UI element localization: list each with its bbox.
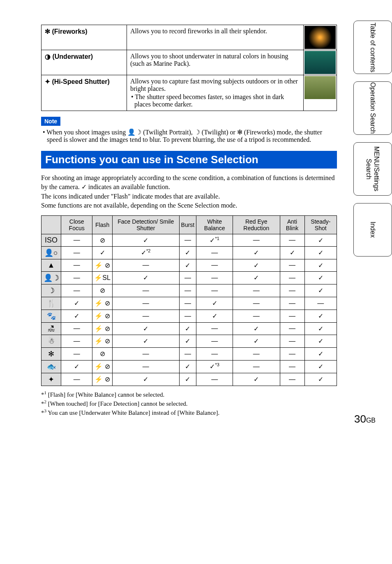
- cell: —: [112, 347, 179, 360]
- cell: —: [196, 246, 233, 259]
- cell: ✓: [280, 246, 304, 259]
- cell: ⚡SL: [92, 271, 113, 284]
- cell: ⚡ ⊘: [92, 360, 113, 373]
- cell: ⚡ ⊘: [92, 322, 113, 335]
- cell: ✓: [233, 271, 280, 284]
- tab-menu-settings[interactable]: MENU/Settings Search: [353, 142, 392, 196]
- cell: —: [61, 271, 92, 284]
- fireworks-icon: ✻: [45, 28, 50, 35]
- row-icon: 🏖: [42, 322, 61, 335]
- cell: —: [233, 310, 280, 322]
- cell: —: [179, 297, 196, 310]
- footnotes: *1 [Flash] for [White Balance] cannot be…: [41, 390, 337, 416]
- cell: —: [233, 234, 280, 246]
- cell: ✓*3: [196, 360, 233, 373]
- cell: —: [280, 335, 304, 347]
- cell: —: [280, 297, 304, 310]
- cell: —: [61, 259, 92, 271]
- cell: ✓: [304, 335, 337, 347]
- fireworks-icon: ✻: [237, 129, 242, 136]
- cell: —: [280, 234, 304, 246]
- section-title: Functions you can use in Scene Selection: [41, 151, 337, 169]
- table-row: 🐟✓⚡ ⊘—✓✓*3——✓: [42, 360, 337, 373]
- table-row: ISO—⊘✓—✓*1——✓: [42, 234, 337, 246]
- row-icon: 🐟: [42, 360, 61, 373]
- underwater-icon: ◑: [45, 53, 51, 60]
- cell: ✓: [304, 322, 337, 335]
- cell: ✓: [304, 310, 337, 322]
- cell: ✓: [179, 246, 196, 259]
- cell: ✓: [179, 373, 196, 386]
- cell: —: [304, 297, 337, 310]
- cell: —: [280, 373, 304, 386]
- cell: —: [233, 347, 280, 360]
- cell: ✓: [196, 297, 233, 310]
- cell: ✓: [233, 373, 280, 386]
- cell: —: [61, 373, 92, 386]
- cell: ✓: [61, 310, 92, 322]
- tab-label: MENU/Settings Search: [365, 143, 380, 195]
- table-row: 👤☽—⚡SL✓——✓—✓: [42, 271, 337, 284]
- cell: ✓: [179, 259, 196, 271]
- cell: ✓: [304, 234, 337, 246]
- row-icon: ▲: [42, 259, 61, 271]
- cell: ✓: [112, 322, 179, 335]
- cell: ✓: [112, 234, 179, 246]
- column-header: [42, 215, 61, 234]
- row-icon: ✦: [42, 373, 61, 386]
- scene-desc: Allows you to record fireworks in all th…: [127, 25, 304, 50]
- cell: ⊘: [92, 284, 113, 297]
- cell: —: [179, 284, 196, 297]
- row-icon: 👤☽: [42, 271, 61, 284]
- section-intro: For shooting an image appropriately acco…: [41, 173, 337, 210]
- scene-name: (Underwater): [52, 53, 93, 60]
- scene-desc: Allows you to capture fast moving subjec…: [127, 75, 304, 111]
- cell: ✓: [304, 347, 337, 360]
- cell: —: [280, 347, 304, 360]
- column-header: White Balance: [196, 215, 233, 234]
- cell: ✓: [304, 373, 337, 386]
- cell: —: [61, 284, 92, 297]
- cell: —: [233, 284, 280, 297]
- cell: ✓*2: [112, 246, 179, 259]
- scene-name: (Hi-Speed Shutter): [52, 78, 109, 85]
- column-header: Burst: [179, 215, 196, 234]
- thumbnail-underwater: [304, 51, 336, 74]
- cell: —: [112, 360, 179, 373]
- cell: ⚡ ⊘: [92, 259, 113, 271]
- row-icon: 👤○: [42, 246, 61, 259]
- table-row: 👤○—✓✓*2✓—✓✓✓: [42, 246, 337, 259]
- table-row: ✦ (Hi-Speed Shutter) Allows you to captu…: [42, 75, 337, 111]
- cell: ✓: [61, 297, 92, 310]
- cell: —: [196, 271, 233, 284]
- column-header: Face Detection/ Smile Shutter: [112, 215, 179, 234]
- scene-desc: Allows you to shoot underwater in natura…: [127, 50, 304, 75]
- cell: —: [61, 234, 92, 246]
- cell: —: [196, 347, 233, 360]
- cell: —: [196, 259, 233, 271]
- tab-operation-search[interactable]: Operation Search: [353, 81, 392, 135]
- cell: ⚡ ⊘: [92, 373, 113, 386]
- cell: —: [112, 259, 179, 271]
- cell: —: [179, 271, 196, 284]
- hispeed-icon: ✦: [45, 78, 50, 85]
- cell: ✓: [304, 271, 337, 284]
- tab-toc[interactable]: Table of contents: [353, 21, 392, 74]
- cell: —: [196, 335, 233, 347]
- cell: —: [196, 284, 233, 297]
- cell: ⚡ ⊘: [92, 310, 113, 322]
- tab-index[interactable]: Index: [353, 203, 392, 257]
- note-label: Note: [41, 117, 60, 126]
- table-row: ☃—⚡ ⊘✓✓—✓—✓: [42, 335, 337, 347]
- column-header: Flash: [92, 215, 113, 234]
- table-row: ✦—⚡ ⊘✓✓—✓—✓: [42, 373, 337, 386]
- page-number: 30GB: [354, 413, 376, 425]
- table-row: ◑ (Underwater) Allows you to shoot under…: [42, 50, 337, 75]
- cell: —: [280, 360, 304, 373]
- table-row: ✻—⊘—————✓: [42, 347, 337, 360]
- cell: ✓: [112, 373, 179, 386]
- cell: —: [280, 322, 304, 335]
- cell: ✓: [179, 322, 196, 335]
- cell: ⚡ ⊘: [92, 297, 113, 310]
- cell: ✓: [112, 335, 179, 347]
